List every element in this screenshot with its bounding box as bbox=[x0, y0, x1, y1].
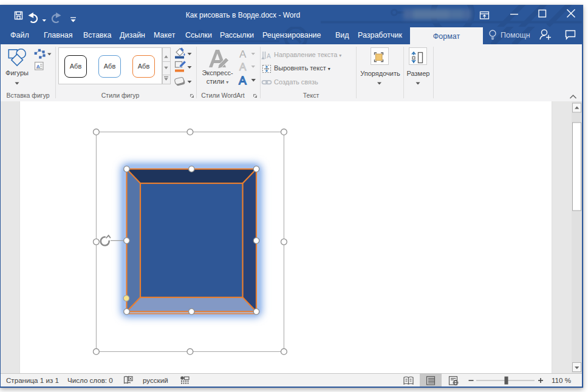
svg-text:A: A bbox=[239, 61, 247, 73]
svg-text:A: A bbox=[239, 49, 247, 60]
svg-text:A: A bbox=[239, 74, 247, 87]
svg-text:А: А bbox=[267, 53, 271, 59]
